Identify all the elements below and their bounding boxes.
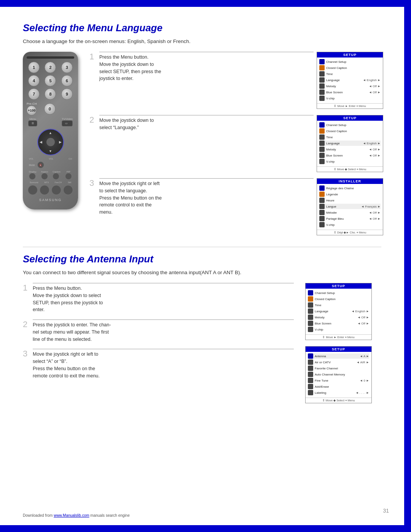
screen1-row2: Closed Caption — [319, 65, 381, 70]
dpad-down[interactable]: ▼ — [49, 149, 52, 153]
screen2-header: SETUP — [317, 115, 383, 121]
step2-desc: Move the joystick down to select “Langua… — [99, 115, 314, 131]
screen2-row1: Channel Setup — [319, 122, 381, 128]
remote-still-btn[interactable] — [63, 185, 73, 195]
ant-s2-r7: Labeling ◄ . . . . ► — [308, 390, 369, 395]
screen1-row7: V-chip — [319, 96, 381, 101]
ch-label: CH — [68, 158, 72, 160]
screen2-row3: Time — [319, 134, 381, 140]
menu-screen-3: INSTALLER Réglage des Chaîne Légende — [317, 178, 383, 235]
remote-menu-btn[interactable]: ☰ — [28, 120, 37, 126]
screen3-icon2 — [319, 192, 325, 197]
menu-language-section: Selecting the Menu Language Choose a lan… — [23, 22, 381, 235]
step2-text: Move the joystick down to select “Langua… — [99, 115, 314, 131]
screen1-body: Channel Setup Closed Caption Time — [317, 58, 383, 103]
screen2-container: SETUP Channel Setup Closed Caption — [317, 115, 381, 172]
dpad-right[interactable]: ▶ — [59, 140, 62, 144]
dpad-left[interactable]: ◀ — [40, 140, 42, 144]
ant-step1-number: 1 — [23, 284, 30, 292]
screen1-icon2 — [319, 65, 325, 70]
screen3-icon5 — [319, 210, 325, 215]
screen1-row4: Language ◄ English ► — [319, 77, 381, 83]
section1-steps-screens: 1 Press the Menu button. Move the joysti… — [89, 52, 381, 235]
menu-screen-1: SETUP Channel Setup Closed Caption — [317, 52, 383, 109]
ant-s1-r7: V-chip — [308, 327, 369, 332]
ant-s2-r5: Fine Tune ◄ 0 ► — [308, 378, 369, 383]
screen2-row2: Closed Caption — [319, 128, 381, 134]
ant-s2-r6: Add/Erase — [308, 384, 369, 389]
ant-s2-icon3 — [308, 366, 313, 371]
remote-aspect-btn[interactable] — [41, 173, 48, 180]
screen3-footer: ⇕ Dépl ◆► Cho. ≡ Menu — [317, 230, 383, 235]
vol-label2: VOL — [49, 158, 53, 160]
ant-s2-icon7 — [308, 390, 313, 395]
screen2-row7: V-chip — [319, 159, 381, 164]
screen2-icon4 — [319, 141, 325, 146]
ant-screen1-header: SETUP — [306, 283, 371, 289]
remote-btn-8[interactable]: 8 — [45, 88, 56, 100]
screen3-icon1 — [319, 185, 325, 191]
remote-mute-btn[interactable]: 🔇 — [37, 161, 44, 168]
ant-s1-r2: Closed Caption — [308, 296, 369, 302]
screen1-row6: Blue Screen ◄ Off ► — [319, 89, 381, 95]
ant-s1-icon2 — [308, 296, 313, 302]
ant-s1-r3: Time — [308, 302, 369, 308]
antenna-step3: 3 Move the joystick right or left to sel… — [23, 349, 294, 379]
footer-text: Downloaded from — [23, 513, 54, 518]
ant-s1-r4: Language ◄ English ► — [308, 308, 369, 314]
screen3-icon7 — [319, 222, 325, 227]
remote-btn-1[interactable]: 1 — [28, 62, 40, 73]
bottom-border-bar — [0, 525, 411, 532]
remote-btn-prech[interactable]: +100 — [27, 105, 37, 115]
ant-step2-desc: Press the joystick to enter. The chan- n… — [33, 320, 294, 343]
remote-surround-btn[interactable] — [28, 185, 38, 195]
section2-title: Selecting the Antenna Input — [23, 253, 381, 265]
remote-btn-9[interactable]: 9 — [61, 88, 73, 100]
remote-number-grid: 1 2 3 4 5 6 7 8 9 — [27, 62, 74, 100]
ant-step3-text: Move the joystick right or left to selec… — [33, 349, 294, 379]
remote-tvvideo-btn[interactable]: ▭ — [62, 120, 73, 126]
remote-mts-btn[interactable] — [40, 185, 49, 195]
ant-s1-icon1 — [308, 290, 313, 296]
screen1-icon3 — [319, 71, 325, 77]
remote-btn-0[interactable]: 0 — [44, 103, 56, 115]
remote-vol-ch-row: VOL VOL CH — [27, 158, 74, 160]
menu-screen-2: SETUP Channel Setup Closed Caption — [317, 115, 383, 172]
page-number: 31 — [383, 508, 389, 514]
ant-screen2-body: Antenna ◄ A ► Air or CATV ◄ AIR ► Favori… — [306, 352, 371, 398]
screen3-row4: Langue ◄ Français ► — [319, 204, 381, 209]
ant-s1-icon7 — [308, 327, 313, 332]
screen1-footer: ⇕ Move ► Enter ≡ Menu — [317, 103, 383, 109]
screen3-header: INSTALLER — [317, 179, 383, 184]
screen3-row2: Légende — [319, 192, 381, 197]
dpad-center[interactable] — [46, 138, 55, 146]
screen1-icon6 — [319, 89, 325, 95]
remote-favch-btn[interactable] — [51, 185, 61, 195]
remote-btn-7[interactable]: 7 — [28, 88, 40, 100]
footer: Downloaded from www.Manualslib.com manua… — [23, 513, 130, 518]
screen1-icon4 — [319, 77, 325, 83]
remote-btn-5[interactable]: 5 — [45, 75, 56, 86]
ant-step2-number: 2 — [23, 320, 30, 329]
footer-link[interactable]: www.Manualslib.com — [54, 513, 89, 518]
section1-step3: 3 Move the joystick right or left to sel… — [89, 178, 381, 235]
remote-btn-2[interactable]: 2 — [45, 62, 56, 73]
section1-step2: 2 Move the joystick down to select “Lang… — [89, 115, 381, 172]
ant-s1-r5: Melody ◄ Off ► — [308, 315, 369, 320]
remote-display-btn[interactable] — [29, 173, 36, 180]
remote-btn-4[interactable]: 4 — [28, 75, 40, 86]
right-border-bar — [404, 0, 411, 532]
remote-bottom-labels: Surround MTS Fav.CH Still — [27, 181, 74, 184]
section1-title: Selecting the Menu Language — [23, 22, 381, 34]
footer-suffix: manuals search engine — [89, 513, 130, 518]
screen2-row5: Melody ◄ Off ► — [319, 147, 381, 152]
remote-btn-6[interactable]: 6 — [61, 75, 73, 86]
dpad-up[interactable]: ▲ — [49, 131, 52, 135]
remote-btn-3[interactable]: 3 — [61, 62, 73, 73]
screen2-icon7 — [319, 159, 325, 164]
step3-text: Move the joystick right or left to selec… — [99, 178, 314, 216]
remote-pip-btn[interactable] — [65, 173, 72, 180]
remote-caption-btn[interactable] — [53, 173, 59, 180]
ant-s2-r1: Antenna ◄ A ► — [308, 353, 369, 359]
ant-screen1-footer: ⇕ Move ► Enter ≡ Menu — [306, 334, 371, 340]
